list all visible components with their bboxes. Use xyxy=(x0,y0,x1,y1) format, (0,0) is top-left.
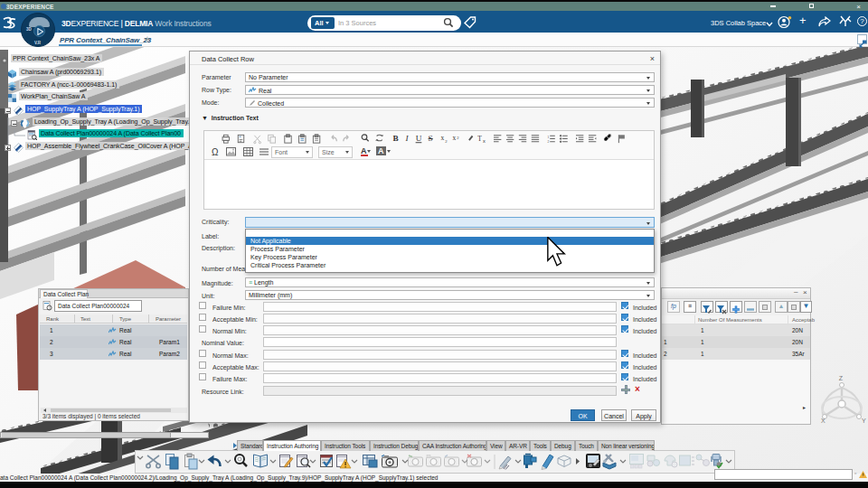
svg-text:X: X xyxy=(821,418,826,424)
svg-text:Z: Z xyxy=(839,375,844,381)
svg-text:2: 2 xyxy=(445,139,448,144)
svg-text:B: B xyxy=(393,134,399,143)
svg-text:S: S xyxy=(429,134,433,143)
svg-text:Ω: Ω xyxy=(212,147,219,157)
svg-text:Y: Y xyxy=(862,418,866,424)
svg-text:U: U xyxy=(416,134,422,143)
svg-text:2: 2 xyxy=(547,140,549,144)
svg-text:x: x xyxy=(441,134,445,142)
svg-text:2: 2 xyxy=(457,136,459,140)
svg-text:I: I xyxy=(405,134,410,143)
svg-text:1: 1 xyxy=(547,136,549,139)
svg-text:T: T xyxy=(477,135,482,143)
svg-text:x: x xyxy=(483,138,486,144)
svg-text:x: x xyxy=(453,134,457,142)
